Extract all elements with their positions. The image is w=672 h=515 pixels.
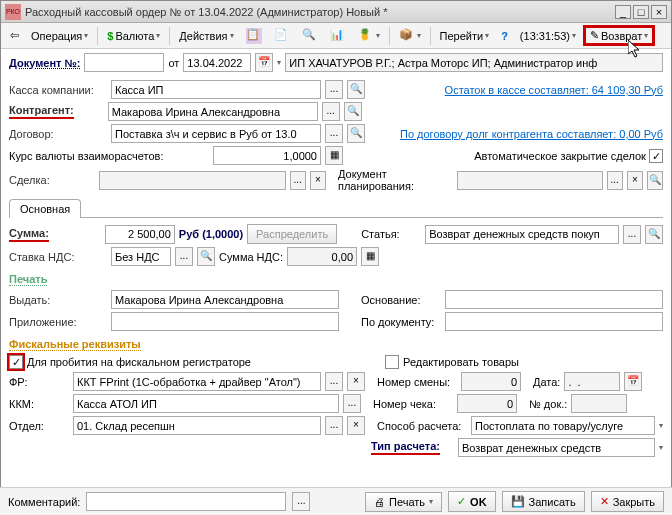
- docnum-label: Документ №:: [9, 57, 80, 69]
- balance-link[interactable]: Остаток в кассе составляет: 64 109,30 Ру…: [445, 84, 663, 96]
- autoclose-checkbox[interactable]: ✓: [649, 149, 663, 163]
- vydat-input[interactable]: [111, 290, 339, 309]
- contragent-search-button[interactable]: 🔍: [344, 102, 362, 121]
- edit-goods-checkbox[interactable]: [385, 355, 399, 369]
- osnovanie-input[interactable]: [445, 290, 663, 309]
- help-button[interactable]: ?: [496, 27, 513, 45]
- docplan-clear-button[interactable]: ×: [627, 171, 643, 190]
- prilozhenie-label: Приложение:: [9, 316, 107, 328]
- ok-button[interactable]: ✓OK: [448, 491, 496, 512]
- contragent-input[interactable]: [108, 102, 318, 121]
- kkm-lookup-button[interactable]: ...: [343, 394, 361, 413]
- kassa-company-input[interactable]: [111, 80, 321, 99]
- statya-input[interactable]: [425, 225, 619, 244]
- podokumentu-input[interactable]: [445, 312, 663, 331]
- autoclose-label: Автоматическое закрытие сделок: [474, 150, 646, 162]
- tb-icon-5[interactable]: 🍍▾: [353, 25, 385, 47]
- tab-main[interactable]: Основная: [9, 199, 81, 218]
- statya-lookup-button[interactable]: ...: [623, 225, 641, 244]
- docplan-lookup-button[interactable]: ...: [607, 171, 623, 190]
- tb-icon-1[interactable]: 📋: [241, 25, 267, 47]
- stavka-search-button[interactable]: 🔍: [197, 247, 215, 266]
- docplan-input[interactable]: [457, 171, 603, 190]
- goto-menu[interactable]: Перейти▾: [435, 27, 495, 45]
- dogovor-search-button[interactable]: 🔍: [347, 124, 365, 143]
- tb-icon-3[interactable]: 🔍: [297, 25, 323, 47]
- docplan-search-button[interactable]: 🔍: [647, 171, 663, 190]
- nomer-dok-input[interactable]: [571, 394, 627, 413]
- return-button[interactable]: ✎Возврат▾: [583, 25, 655, 46]
- kurs-input[interactable]: [213, 146, 321, 165]
- operation-menu[interactable]: Операция▾: [26, 27, 93, 45]
- otdel-input[interactable]: [73, 416, 321, 435]
- tab-strip: Основная: [9, 198, 663, 218]
- probitie-label: Для пробития на фискальном регистраторе: [27, 356, 251, 368]
- contragent-lookup-button[interactable]: ...: [322, 102, 340, 121]
- summa-input[interactable]: [105, 225, 175, 244]
- stavka-label: Ставка НДС:: [9, 251, 107, 263]
- back-icon: ⇦: [10, 29, 19, 42]
- toolbar: ⇦ Операция▾ $Валюта▾ Действия▾ 📋 📄 🔍 📊 🍍…: [1, 23, 671, 49]
- date-picker-button[interactable]: 📅: [255, 53, 273, 72]
- minimize-button[interactable]: _: [615, 5, 631, 19]
- pechat-section: Печать: [9, 273, 47, 286]
- close-button[interactable]: ×: [651, 5, 667, 19]
- kassa-search-button[interactable]: 🔍: [347, 80, 365, 99]
- comment-input[interactable]: [86, 492, 286, 511]
- currency-menu[interactable]: $Валюта▾: [102, 27, 165, 45]
- nomer-cheka-input[interactable]: [457, 394, 517, 413]
- sdelka-label: Сделка:: [9, 174, 95, 186]
- tb-icon-2[interactable]: 📄: [269, 25, 295, 47]
- kurs-calc-button[interactable]: ▦: [325, 146, 343, 165]
- sposob-input[interactable]: [471, 416, 655, 435]
- fr-input[interactable]: [73, 372, 321, 391]
- prilozhenie-input[interactable]: [111, 312, 339, 331]
- stavka-input[interactable]: [111, 247, 171, 266]
- fiscal-data-label: Дата:: [533, 376, 560, 388]
- tb-icon-4[interactable]: 📊: [325, 25, 351, 47]
- dogovor-input[interactable]: [111, 124, 321, 143]
- docdate-input[interactable]: [183, 53, 251, 72]
- back-button[interactable]: ⇦: [5, 26, 24, 45]
- docnum-input[interactable]: [84, 53, 164, 72]
- tb-icon-6[interactable]: 📦▾: [394, 25, 426, 47]
- actions-menu[interactable]: Действия▾: [174, 27, 238, 45]
- maximize-button[interactable]: □: [633, 5, 649, 19]
- fr-clear-button[interactable]: ×: [347, 372, 365, 391]
- kassa-lookup-button[interactable]: ...: [325, 80, 343, 99]
- statya-label: Статья:: [361, 228, 421, 240]
- nomer-smeny-input[interactable]: [461, 372, 521, 391]
- close-footer-button[interactable]: ✕Закрыть: [591, 491, 664, 512]
- sdelka-input[interactable]: [99, 171, 285, 190]
- statya-search-button[interactable]: 🔍: [645, 225, 663, 244]
- window-title: Расходный кассовый ордер № от 13.04.2022…: [25, 6, 615, 18]
- probitie-checkbox[interactable]: ✓: [9, 355, 23, 369]
- summa-nds-calc-button[interactable]: ▦: [361, 247, 379, 266]
- raspredelit-button[interactable]: Распределить: [247, 224, 337, 244]
- tip-input[interactable]: [458, 438, 655, 457]
- fiscal-data-input[interactable]: [564, 372, 620, 391]
- edit-goods-label: Редактировать товары: [403, 356, 519, 368]
- save-button[interactable]: 💾Записать: [502, 491, 585, 512]
- sdelka-clear-button[interactable]: ×: [310, 171, 326, 190]
- stavka-lookup-button[interactable]: ...: [175, 247, 193, 266]
- print-button[interactable]: 🖨Печать▾: [365, 492, 442, 512]
- otdel-lookup-button[interactable]: ...: [325, 416, 343, 435]
- kassa-company-label: Касса компании:: [9, 84, 107, 96]
- otdel-clear-button[interactable]: ×: [347, 416, 365, 435]
- dogovor-debt-link[interactable]: По договору долг контрагента составляет:…: [400, 128, 663, 140]
- save-icon: 💾: [511, 495, 525, 508]
- podokumentu-label: По документу:: [361, 316, 441, 328]
- fiscal-data-picker[interactable]: 📅: [624, 372, 642, 391]
- app-icon: РКО: [5, 4, 21, 20]
- kkm-input[interactable]: [73, 394, 339, 413]
- summa-nds-input[interactable]: [287, 247, 357, 266]
- help-icon: ?: [501, 30, 508, 42]
- comment-lookup-button[interactable]: ...: [292, 492, 310, 511]
- sdelka-lookup-button[interactable]: ...: [290, 171, 306, 190]
- fr-lookup-button[interactable]: ...: [325, 372, 343, 391]
- printer-icon: 🖨: [374, 496, 385, 508]
- time-button[interactable]: (13:31:53)▾: [515, 27, 581, 45]
- kurs-label: Курс валюты взаиморасчетов:: [9, 150, 209, 162]
- dogovor-lookup-button[interactable]: ...: [325, 124, 343, 143]
